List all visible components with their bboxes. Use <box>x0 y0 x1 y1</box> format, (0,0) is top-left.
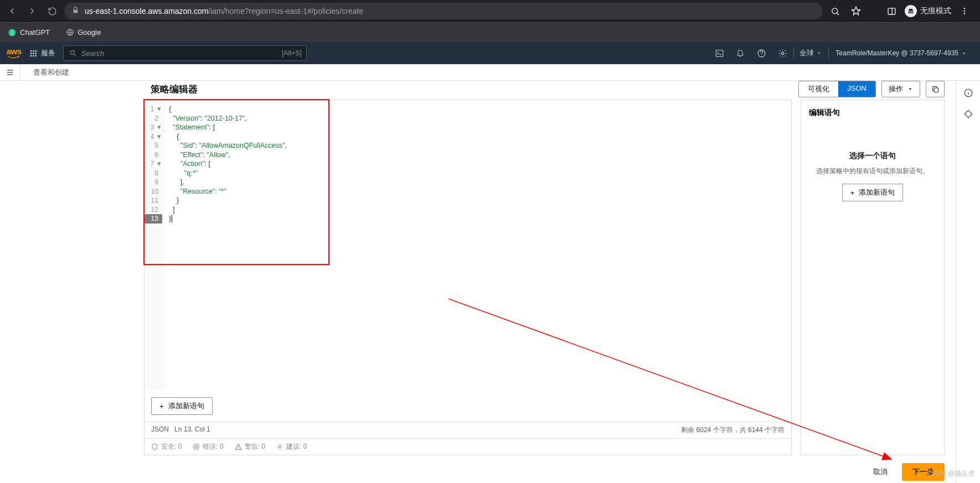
svg-rect-17 <box>35 55 37 56</box>
forward-icon[interactable] <box>24 3 40 19</box>
svg-rect-11 <box>35 50 37 51</box>
diamond-icon[interactable] <box>962 107 975 121</box>
aws-logo[interactable]: aws <box>7 47 22 60</box>
bookmark-chatgpt[interactable]: ChatGPT <box>4 26 53 39</box>
aws-top-nav: aws 服务 Search [Alt+S] 全球 TeamRole/Master… <box>0 42 980 64</box>
svg-point-2 <box>909 12 911 13</box>
breadcrumb-fragment: 查看和创建 <box>20 67 69 77</box>
svg-rect-9 <box>30 50 32 51</box>
svg-rect-22 <box>934 88 938 92</box>
star-icon[interactable] <box>848 3 864 19</box>
svg-point-0 <box>832 8 837 13</box>
bookmarks-bar: ChatGPT Google <box>0 22 980 42</box>
reload-icon[interactable] <box>44 3 60 19</box>
search-lens-icon[interactable] <box>827 3 843 19</box>
cloudshell-icon[interactable] <box>709 43 729 63</box>
svg-point-4 <box>964 8 966 9</box>
aws-search-input[interactable]: Search [Alt+S] <box>63 45 307 61</box>
svg-point-21 <box>781 52 783 54</box>
bell-icon[interactable] <box>730 43 750 63</box>
back-icon[interactable] <box>4 3 20 19</box>
code-content: { "Version": "2012-10-17", "Statement": … <box>166 100 791 391</box>
watermark: CSDN @猫头虎 <box>927 469 974 479</box>
svg-point-3 <box>911 12 914 13</box>
search-shortcut: [Alt+S] <box>282 49 302 57</box>
gear-icon[interactable] <box>772 43 792 63</box>
svg-rect-16 <box>33 55 34 56</box>
info-icon[interactable] <box>962 86 975 100</box>
incognito-label: 无痕模式 <box>920 6 951 16</box>
diagnostics-bar: 安全: 0 错误: 0 警告: 0 建议: 0 <box>145 438 791 455</box>
plus-icon: + <box>159 402 164 411</box>
panel-icon[interactable] <box>884 3 899 19</box>
svg-point-6 <box>964 13 966 14</box>
svg-rect-15 <box>30 55 32 56</box>
side-empty-text: 选择策略中的现有语句或添加新语句。 <box>809 167 936 176</box>
actions-dropdown[interactable]: 操作 <box>881 81 920 97</box>
sub-header: 查看和创建 <box>0 64 980 81</box>
wizard-footer: 取消 下一步 <box>144 455 945 483</box>
editor-mode-toggle: 可视化 JSON <box>798 81 876 97</box>
line-gutter: 1 ▾ 2 3 ▾ 4 ▾ 5 6 7 ▾ 8 9 10 11 12 13 <box>145 100 166 391</box>
editor-status-bar: JSON Ln 13, Col 1 剩余 6024 个字符，共 6144 个字符 <box>145 422 791 438</box>
browser-toolbar: us-east-1.console.aws.amazon.com/iam/hom… <box>0 0 980 22</box>
svg-rect-19 <box>716 50 723 56</box>
url-path: /iam/home?region=us-east-1#/policies/cre… <box>208 7 363 15</box>
svg-rect-10 <box>33 50 34 51</box>
svg-point-18 <box>70 50 74 54</box>
side-empty-heading: 选择一个语句 <box>809 151 936 161</box>
right-help-rail <box>956 81 980 483</box>
url-domain: us-east-1.console.aws.amazon.com <box>85 7 208 15</box>
code-editor[interactable]: 1 ▾ 2 3 ▾ 4 ▾ 5 6 7 ▾ 8 9 10 11 12 13 <box>145 100 791 391</box>
svg-rect-14 <box>35 53 37 54</box>
side-add-statement-button[interactable]: + 添加新语句 <box>842 184 904 201</box>
diag-warnings[interactable]: 警告: 0 <box>235 442 265 451</box>
cancel-button[interactable]: 取消 <box>864 463 896 481</box>
incognito-icon <box>905 5 917 17</box>
address-bar[interactable]: us-east-1.console.aws.amazon.com/iam/hom… <box>64 3 823 19</box>
code-editor-panel: 1 ▾ 2 3 ▾ 4 ▾ 5 6 7 ▾ 8 9 10 11 12 13 <box>144 100 792 455</box>
globe-icon <box>65 28 74 37</box>
copy-icon-button[interactable] <box>926 81 945 97</box>
services-menu[interactable]: 服务 <box>29 48 55 58</box>
bookmark-google[interactable]: Google <box>62 26 104 39</box>
region-selector[interactable]: 全球 <box>793 47 827 59</box>
add-statement-button[interactable]: + 添加新语句 <box>151 397 213 415</box>
search-placeholder: Search <box>81 49 104 58</box>
kebab-icon[interactable] <box>957 3 972 19</box>
diag-suggestions[interactable]: 建议: 0 <box>276 442 307 451</box>
seg-visual-button[interactable]: 可视化 <box>799 81 838 97</box>
side-panel-title: 编辑语句 <box>809 108 936 118</box>
account-menu[interactable]: TeamRole/MasterKey @ 3737-5697-4935 <box>828 47 973 59</box>
seg-json-button[interactable]: JSON <box>838 81 875 97</box>
diag-security[interactable]: 安全: 0 <box>151 442 182 451</box>
diag-errors[interactable]: 错误: 0 <box>193 442 223 451</box>
svg-rect-12 <box>30 53 32 54</box>
chatgpt-icon <box>8 28 17 37</box>
statement-side-panel: 编辑语句 选择一个语句 选择策略中的现有语句或添加新语句。 + 添加新语句 <box>801 100 945 455</box>
plus-icon: + <box>850 189 855 197</box>
help-icon[interactable] <box>751 43 771 63</box>
hamburger-icon[interactable] <box>0 64 20 81</box>
svg-point-24 <box>278 445 281 448</box>
svg-rect-13 <box>33 53 34 54</box>
lock-icon <box>72 7 79 15</box>
editor-title: 策略编辑器 <box>151 83 198 96</box>
svg-point-5 <box>964 11 966 12</box>
